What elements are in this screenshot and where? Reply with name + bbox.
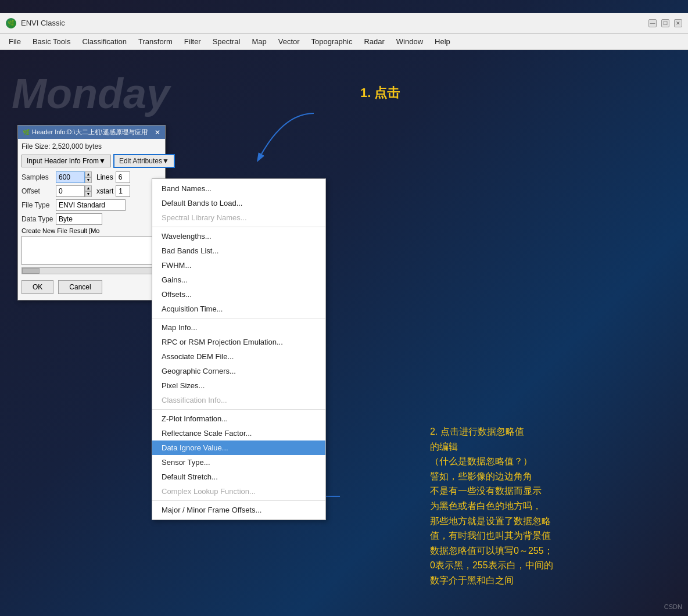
samples-up-arrow[interactable]: ▲	[85, 171, 92, 177]
dropdown-item-reflectance-scale-factor---[interactable]: Reflectance Scale Factor...	[152, 426, 325, 440]
xstart-input[interactable]	[116, 185, 130, 197]
input-header-button[interactable]: Input Header Info From▼	[21, 155, 111, 167]
menu-basic-tools[interactable]: Basic Tools	[27, 35, 77, 48]
lines-input[interactable]	[116, 171, 130, 183]
datatype-input[interactable]	[56, 213, 102, 225]
dropdown-item-wavelengths---[interactable]: Wavelengths...	[152, 229, 325, 243]
dropdown-item-default-bands-to-load---[interactable]: Default Bands to Load...	[152, 196, 325, 210]
dropdown-item-offsets---[interactable]: Offsets...	[152, 287, 325, 302]
envi-title: ENVI Classic	[21, 19, 644, 27]
dialog-titlebar: 🌿 Header Info:D:\大二上机\遥感原理与应用\实验一 数据\can…	[18, 126, 165, 139]
dropdown-item-z-plot-information---[interactable]: Z-Plot Information...	[152, 411, 325, 426]
filetype-row: File Type	[21, 199, 162, 211]
bg-monday-text: Monday	[12, 70, 170, 117]
dialog-body: File Size: 2,520,000 bytes Input Header …	[18, 139, 165, 300]
dialog-titlebar-left: 🌿 Header Info:D:\大二上机\遥感原理与应用\实验一 数据\can…	[23, 128, 148, 137]
menu-topographic[interactable]: Topographic	[306, 35, 359, 48]
dropdown-item-classification-info---: Classification Info...	[152, 393, 325, 407]
dropdown-item-fwhm---[interactable]: FWHM...	[152, 258, 325, 273]
offset-down-arrow[interactable]: ▼	[85, 191, 92, 197]
result-box	[21, 236, 162, 265]
edit-attributes-dropdown: Band Names...Default Bands to Load...Spe…	[152, 178, 326, 520]
envi-logo: 🌿	[6, 18, 16, 28]
envi-menubar: File Basic Tools Classification Transfor…	[0, 34, 688, 50]
input-header-row: Input Header Info From▼ Edit Attributes▼	[21, 154, 162, 168]
offset-label: Offset	[21, 187, 53, 195]
file-size-text: File Size: 2,520,000 bytes	[21, 142, 162, 151]
xstart-label: xstart	[96, 187, 113, 195]
dropdown-item-bad-bands-list---[interactable]: Bad Bands List...	[152, 243, 325, 258]
envi-titlebar: 🌿 ENVI Classic — ☐ ✕	[0, 13, 688, 34]
dropdown-item-associate-dem-file---[interactable]: Associate DEM File...	[152, 349, 325, 364]
menu-help[interactable]: Help	[429, 35, 456, 48]
lines-label: Lines	[96, 173, 113, 181]
menu-filter[interactable]: Filter	[178, 35, 207, 48]
dropdown-item-data-ignore-value---[interactable]: Data Ignore Value...	[152, 440, 325, 455]
header-dialog: 🌿 Header Info:D:\大二上机\遥感原理与应用\实验一 数据\can…	[17, 125, 166, 300]
dropdown-separator	[152, 500, 325, 501]
watermark: CSDN	[664, 603, 682, 610]
dropdown-item-major---minor-frame-offsets---[interactable]: Major / Minor Frame Offsets...	[152, 503, 325, 517]
samples-label: Samples	[21, 173, 53, 181]
dialog-close-button[interactable]: ✕	[155, 128, 160, 137]
arrow-1-icon	[227, 102, 343, 171]
samples-spinbox[interactable]: ▲ ▼	[56, 171, 92, 183]
datatype-label: Data Type	[21, 215, 53, 223]
datatype-row: Data Type	[21, 213, 162, 225]
edit-attributes-button[interactable]: Edit Attributes▼	[113, 154, 175, 168]
filetype-label: File Type	[21, 201, 53, 209]
menu-window[interactable]: Window	[390, 35, 429, 48]
scrollbar[interactable]	[21, 267, 162, 274]
close-button[interactable]: ✕	[674, 19, 682, 27]
dropdown-item-default-stretch---[interactable]: Default Stretch...	[152, 470, 325, 484]
samples-down-arrow[interactable]: ▼	[85, 177, 92, 183]
background: Monday	[0, 0, 688, 616]
dropdown-item-complex-lookup-function---: Complex Lookup Function...	[152, 484, 325, 499]
menu-file[interactable]: File	[3, 35, 27, 48]
dropdown-item-pixel-sizes---[interactable]: Pixel Sizes...	[152, 378, 325, 393]
ok-button[interactable]: OK	[21, 280, 53, 294]
menu-transform[interactable]: Transform	[132, 35, 178, 48]
offset-spinbox[interactable]: ▲ ▼	[56, 185, 92, 197]
dialog-buttons: OK Cancel	[21, 278, 162, 296]
minimize-button[interactable]: —	[648, 19, 657, 27]
dropdown-item-band-names---[interactable]: Band Names...	[152, 181, 325, 196]
menu-classification[interactable]: Classification	[76, 35, 132, 48]
dropdown-item-spectral-library-names---: Spectral Library Names...	[152, 210, 325, 225]
dropdown-item-acquisition-time---[interactable]: Acquisition Time...	[152, 302, 325, 316]
offset-row: Offset ▲ ▼ xstart	[21, 185, 162, 197]
samples-input[interactable]	[56, 171, 85, 183]
result-label: Create New File Result [Mo	[21, 227, 162, 234]
window-controls: — ☐ ✕	[648, 19, 682, 27]
dialog-title-text: Header Info:D:\大二上机\遥感原理与应用\实验一 数据\can_t…	[32, 128, 148, 137]
offset-up-arrow[interactable]: ▲	[85, 185, 92, 191]
scrollbar-thumb[interactable]	[22, 268, 40, 274]
cancel-button[interactable]: Cancel	[58, 280, 102, 294]
menu-radar[interactable]: Radar	[358, 35, 390, 48]
dropdown-item-gains---[interactable]: Gains...	[152, 273, 325, 287]
menu-vector[interactable]: Vector	[273, 35, 306, 48]
dropdown-item-map-info---[interactable]: Map Info...	[152, 320, 325, 335]
annotation-click: 1. 点击	[360, 84, 400, 102]
dropdown-item-sensor-type---[interactable]: Sensor Type...	[152, 455, 325, 470]
dropdown-separator	[152, 227, 325, 227]
filetype-input[interactable]	[56, 199, 126, 211]
dropdown-item-rpc-or-rsm-projection-emulation---[interactable]: RPC or RSM Projection Emulation...	[152, 335, 325, 349]
dropdown-item-geographic-corners---[interactable]: Geographic Corners...	[152, 364, 325, 378]
annotation-note: 2. 点击进行数据忽略值 的编辑 （什么是数据忽略值？） 譬如，些影像的边边角角…	[430, 424, 553, 588]
offset-input[interactable]	[56, 185, 85, 197]
menu-map[interactable]: Map	[246, 35, 272, 48]
dropdown-separator	[152, 409, 325, 410]
maximize-button[interactable]: ☐	[661, 19, 669, 27]
menu-spectral[interactable]: Spectral	[207, 35, 246, 48]
dropdown-separator	[152, 318, 325, 318]
samples-row: Samples ▲ ▼ Lines	[21, 171, 162, 183]
